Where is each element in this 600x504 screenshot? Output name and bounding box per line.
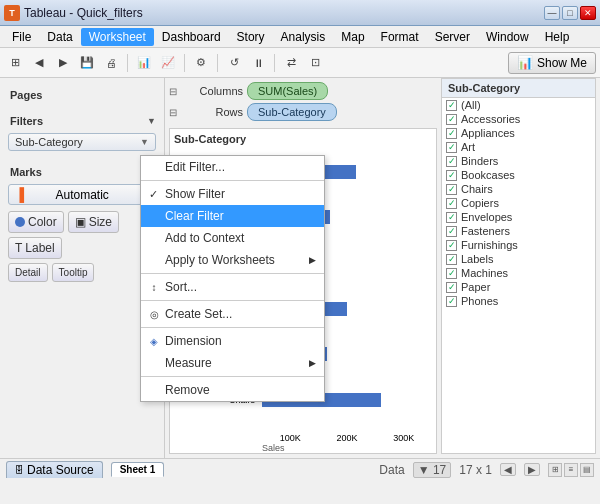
checkbox-art[interactable]: ✓ — [446, 142, 457, 153]
filter-item-labels[interactable]: ✓ Labels — [442, 252, 595, 266]
view-list-icon[interactable]: ≡ — [564, 463, 578, 477]
close-button[interactable]: ✕ — [580, 6, 596, 20]
marks-type-dropdown[interactable]: ▐ Automatic ▼ — [8, 184, 156, 205]
ctx-add-context[interactable]: Add to Context — [141, 227, 324, 249]
filters-expand-icon[interactable]: ▼ — [147, 116, 156, 126]
filter-item-phones[interactable]: ✓ Phones — [442, 294, 595, 308]
ctx-measure[interactable]: Measure ▶ — [141, 352, 324, 374]
toolbar-refresh-icon[interactable]: ↺ — [223, 52, 245, 74]
checkbox-envelopes[interactable]: ✓ — [446, 212, 457, 223]
toolbar-bar-chart-icon[interactable]: 📊 — [133, 52, 155, 74]
marks-title: Marks — [8, 163, 156, 181]
filter-item-bookcases[interactable]: ✓ Bookcases — [442, 168, 595, 182]
filter-item-machines[interactable]: ✓ Machines — [442, 266, 595, 280]
ctx-sep3 — [141, 300, 324, 301]
maximize-button[interactable]: □ — [562, 6, 578, 20]
columns-label: Columns — [183, 85, 243, 97]
toolbar-chart2-icon[interactable]: 📈 — [157, 52, 179, 74]
x-label-200k: 200K — [336, 433, 357, 443]
menu-analysis[interactable]: Analysis — [273, 28, 334, 46]
view-grid-icon[interactable]: ⊞ — [548, 463, 562, 477]
marks-size-label: Size — [89, 215, 112, 229]
checkbox-copiers[interactable]: ✓ — [446, 198, 457, 209]
checkbox-labels[interactable]: ✓ — [446, 254, 457, 265]
nav-left-icon[interactable]: ◀ — [500, 463, 516, 476]
checkbox-accessories[interactable]: ✓ — [446, 114, 457, 125]
filter-item-accessories[interactable]: ✓ Accessories — [442, 112, 595, 126]
menu-map[interactable]: Map — [333, 28, 372, 46]
ctx-sort[interactable]: ↕ Sort... — [141, 276, 324, 298]
marks-label-button[interactable]: T Label — [8, 237, 62, 259]
ctx-show-filter[interactable]: Show Filter — [141, 183, 324, 205]
toolbar-forward-icon[interactable]: ▶ — [52, 52, 74, 74]
checkbox-bookcases[interactable]: ✓ — [446, 170, 457, 181]
toolbar-print-icon[interactable]: 🖨 — [100, 52, 122, 74]
checkbox-chairs[interactable]: ✓ — [446, 184, 457, 195]
checkbox-furnishings[interactable]: ✓ — [446, 240, 457, 251]
show-filter-label: Show Filter — [165, 187, 225, 201]
titlebar: T Tableau - Quick_filters — □ ✕ — [0, 0, 600, 26]
window-controls[interactable]: — □ ✕ — [544, 6, 596, 20]
filter-pill-subcategory[interactable]: Sub-Category ▼ — [8, 133, 156, 151]
toolbar-grid-icon[interactable]: ⊞ — [4, 52, 26, 74]
show-me-label: Show Me — [537, 56, 587, 70]
checkbox-binders[interactable]: ✓ — [446, 156, 457, 167]
filter-item-fasteners[interactable]: ✓ Fasteners — [442, 224, 595, 238]
checkbox-machines[interactable]: ✓ — [446, 268, 457, 279]
menu-window[interactable]: Window — [478, 28, 537, 46]
marks-detail-button[interactable]: Detail — [8, 263, 48, 282]
menu-story[interactable]: Story — [229, 28, 273, 46]
toolbar-back-icon[interactable]: ◀ — [28, 52, 50, 74]
filter-item-text-copiers: Copiers — [461, 197, 499, 209]
filter-item-paper[interactable]: ✓ Paper — [442, 280, 595, 294]
datasource-tab[interactable]: 🗄 Data Source — [6, 461, 103, 478]
filter-item-binders[interactable]: ✓ Binders — [442, 154, 595, 168]
filter-item-appliances[interactable]: ✓ Appliances — [442, 126, 595, 140]
menu-data[interactable]: Data — [39, 28, 80, 46]
menu-help[interactable]: Help — [537, 28, 578, 46]
filter-item-chairs[interactable]: ✓ Chairs — [442, 182, 595, 196]
filter-item-furnishings[interactable]: ✓ Furnishings — [442, 238, 595, 252]
filter-item-copiers[interactable]: ✓ Copiers — [442, 196, 595, 210]
checkbox-fasteners[interactable]: ✓ — [446, 226, 457, 237]
ctx-remove[interactable]: Remove — [141, 379, 324, 401]
menu-worksheet[interactable]: Worksheet — [81, 28, 154, 46]
view-card-icon[interactable]: ▤ — [580, 463, 594, 477]
ctx-edit-filter[interactable]: Edit Filter... — [141, 156, 324, 178]
marks-tooltip-button[interactable]: Tooltip — [52, 263, 95, 282]
filter-item-envelopes[interactable]: ✓ Envelopes — [442, 210, 595, 224]
filter-item-art[interactable]: ✓ Art — [442, 140, 595, 154]
menu-server[interactable]: Server — [427, 28, 478, 46]
row-indicator: ▼ 17 — [413, 462, 452, 478]
show-me-button[interactable]: 📊 Show Me — [508, 52, 596, 74]
menu-file[interactable]: File — [4, 28, 39, 46]
rows-pill[interactable]: Sub-Category — [247, 103, 337, 121]
checkbox-phones[interactable]: ✓ — [446, 296, 457, 307]
ctx-create-set[interactable]: ◎ Create Set... — [141, 303, 324, 325]
toolbar-swap-icon[interactable]: ⇄ — [280, 52, 302, 74]
ctx-dimension[interactable]: ◈ Dimension — [141, 330, 324, 352]
nav-right-icon[interactable]: ▶ — [524, 463, 540, 476]
checkbox-appliances[interactable]: ✓ — [446, 128, 457, 139]
toolbar-fit-icon[interactable]: ⊡ — [304, 52, 326, 74]
toolbar-filter-icon[interactable]: ⚙ — [190, 52, 212, 74]
checkbox-paper[interactable]: ✓ — [446, 282, 457, 293]
filter-pill-arrow-icon: ▼ — [140, 137, 149, 147]
minimize-button[interactable]: — — [544, 6, 560, 20]
marks-size-button[interactable]: ▣ Size — [68, 211, 119, 233]
marks-color-button[interactable]: Color — [8, 211, 64, 233]
filter-item-text-bookcases: Bookcases — [461, 169, 515, 181]
menu-format[interactable]: Format — [373, 28, 427, 46]
filter-item-all[interactable]: ✓ (All) — [442, 98, 595, 112]
sheet1-tab[interactable]: Sheet 1 — [111, 462, 165, 477]
menu-dashboard[interactable]: Dashboard — [154, 28, 229, 46]
ctx-clear-filter[interactable]: Clear Filter — [141, 205, 324, 227]
ctx-apply-worksheets[interactable]: Apply to Worksheets ▶ — [141, 249, 324, 271]
columns-pill[interactable]: SUM(Sales) — [247, 82, 328, 100]
toolbar-pause-icon[interactable]: ⏸ — [247, 52, 269, 74]
filter-item-text-fasteners: Fasteners — [461, 225, 510, 237]
toolbar-save-icon[interactable]: 💾 — [76, 52, 98, 74]
filter-list: ✓ (All) ✓ Accessories ✓ Appliances ✓ Art… — [442, 98, 595, 450]
rows-shelf-row: ⊟ Rows Sub-Category — [169, 103, 437, 121]
checkbox-all[interactable]: ✓ — [446, 100, 457, 111]
